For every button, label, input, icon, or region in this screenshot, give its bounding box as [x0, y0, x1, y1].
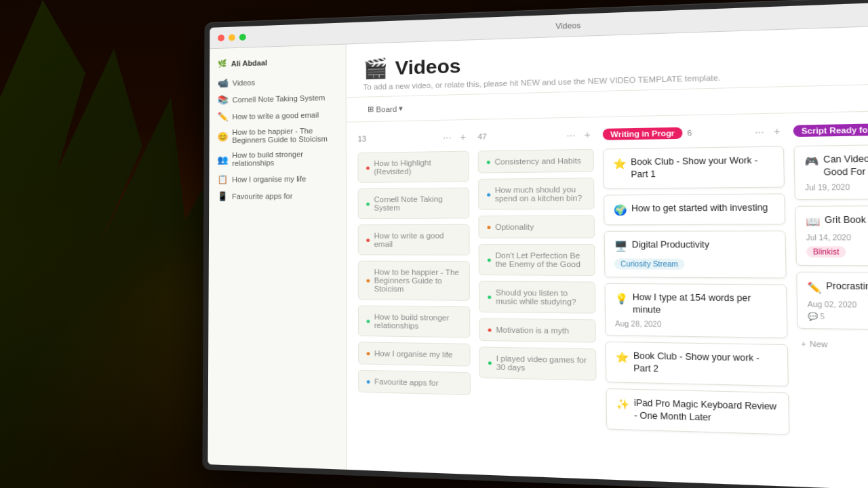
column-count-writing: 6 [687, 129, 692, 138]
column-header-script: Script Ready for 3 ··· + [793, 119, 868, 140]
board-view-button[interactable]: ⊞ Board ▾ [363, 102, 408, 116]
monitor-frame: Videos 🌿 Ali Abdaal 📹 Videos 📚 Cornell N… [202, 0, 868, 488]
column-menu-button-2[interactable]: ··· [564, 127, 578, 142]
list-item[interactable]: ●I played video games for 30 days [479, 346, 597, 380]
status-dot: ● [366, 317, 370, 325]
list-item[interactable]: ●How to build stronger relationships [358, 306, 471, 338]
column-title-badge-writing: Writing in Progr [603, 127, 683, 140]
column-actions-2: ··· + [564, 127, 594, 142]
curiosity-stream-tag: Curiosity Stream [614, 258, 685, 270]
card-icon: ✏️ [807, 281, 821, 296]
column-add-button-1[interactable]: + [457, 129, 469, 144]
sidebar-item-relationships[interactable]: 👥 How to build stronger relationships [209, 146, 345, 171]
status-dot: ● [366, 163, 370, 171]
status-dot: ● [366, 349, 371, 358]
card-icon: ✨ [616, 397, 629, 412]
card-video-games[interactable]: 🎮 Can Video Games Be Good For You? Jul 1… [793, 144, 868, 200]
card-icon: 📖 [806, 214, 820, 229]
card-icon: ⭐ [613, 157, 627, 171]
card-icon: 🌍 [614, 203, 627, 218]
column-add-button-2[interactable]: + [581, 127, 593, 142]
sidebar-item-organise[interactable]: 📋 How I organise my life [209, 169, 346, 188]
sidebar-item-happier[interactable]: 😊 How to be happier - The Beginners Guid… [210, 123, 346, 148]
relationships-icon: 👥 [217, 155, 228, 165]
column-header-1: 13 ··· + [357, 128, 469, 147]
list-item[interactable]: ●Don't Let Perfection Be the Enemy of th… [479, 244, 595, 276]
card-book-club-1[interactable]: ⭐ Book Club - Show your Work - Part 1 [603, 146, 785, 188]
minimize-dot[interactable] [229, 34, 235, 41]
card-icon: 🎮 [804, 155, 818, 169]
column-title-wrap-writing: Writing in Progr 6 [603, 127, 692, 140]
column-menu-button-writing[interactable]: ··· [751, 124, 768, 139]
sidebar: 🌿 Ali Abdaal 📹 Videos 📚 Cornell Note Tak… [208, 45, 347, 470]
column-title-wrap-1: 13 [357, 134, 366, 142]
blinkist-tag: Blinkist [806, 247, 846, 258]
close-dot[interactable] [218, 34, 224, 41]
column-header-2: 47 ··· + [477, 126, 593, 145]
column-title-wrap-2: 47 [477, 132, 486, 141]
page-title-emoji: 🎬 [363, 57, 389, 81]
card-icon: 🖥️ [614, 240, 627, 254]
list-item[interactable]: ●How to write a good email [358, 224, 470, 256]
status-dot: ● [486, 223, 491, 232]
comment-icon: 💬 [808, 312, 818, 320]
list-item[interactable]: ●Optionality [478, 215, 595, 238]
happier-icon: 😊 [217, 131, 228, 142]
card-typing[interactable]: 💡 How I type at 154 words per minute Aug… [605, 283, 788, 339]
card-date: Jul 19, 2020 [805, 182, 868, 192]
card-investing[interactable]: 🌍 How to get started with investing [604, 193, 785, 226]
card-comment: 💬 5 [808, 312, 868, 321]
list-item[interactable]: ●How I organise my life [358, 342, 471, 366]
status-dot: ● [366, 377, 371, 386]
list-item[interactable]: ●How to be happier - The Beginners Guide… [358, 261, 470, 301]
maximize-dot[interactable] [239, 33, 246, 40]
list-item[interactable]: ●How much should you spend on a kitchen … [478, 178, 595, 210]
board-icon: ⊞ [368, 104, 374, 113]
app-layout: 🌿 Ali Abdaal 📹 Videos 📚 Cornell Note Tak… [208, 24, 868, 488]
organise-icon: 📋 [217, 174, 228, 184]
sidebar-item-apps[interactable]: 📱 Favourite apps for [209, 186, 346, 205]
column-actions-writing: ··· + [751, 124, 784, 140]
list-item[interactable]: ●Consistency and Habits [478, 149, 594, 174]
main-content: 🎬 Videos To add a new video, or relate t… [347, 24, 868, 488]
card-procrastination[interactable]: ✏️ Procrastination Aug 02, 2020 💬 5 [796, 272, 868, 330]
card-date: Jul 14, 2020 [806, 233, 868, 241]
email-icon: ✏️ [218, 111, 229, 121]
column-unnamed-1: 13 ··· + ●How to Highlight (Revisited) ●… [357, 128, 471, 401]
status-dot: ● [366, 199, 370, 207]
column-actions-1: ··· + [440, 129, 469, 144]
column-unnamed-2: 47 ··· + ●Consistency and Habits ●How mu… [477, 126, 596, 386]
monitor-screen: Videos 🌿 Ali Abdaal 📹 Videos 📚 Cornell N… [208, 1, 868, 488]
card-icon: 💡 [614, 292, 628, 306]
status-dot: ● [487, 256, 492, 264]
column-menu-button-1[interactable]: ··· [440, 130, 454, 144]
column-add-button-writing[interactable]: + [770, 124, 784, 139]
column-title-wrap-script: Script Ready for 3 [793, 123, 868, 137]
list-item[interactable]: ●How to Highlight (Revisited) [358, 151, 469, 183]
status-dot: ● [486, 190, 491, 199]
list-item[interactable]: ●Favourite apps for [358, 370, 471, 395]
column-title-badge-script: Script Ready for [793, 123, 868, 137]
new-card-button-script[interactable]: + New [797, 335, 868, 355]
list-item[interactable]: ●Motivation is a myth [479, 318, 596, 342]
videos-icon: 📹 [218, 78, 229, 88]
card-digital-productivity[interactable]: 🖥️ Digital Productivity Curiosity Stream [604, 230, 787, 278]
card-ipad-pro[interactable]: ✨ iPad Pro Magic Keyboard Review - One M… [606, 388, 789, 434]
column-count-1: 13 [357, 134, 366, 142]
list-item[interactable]: ●Cornell Note Taking System [358, 188, 470, 220]
card-date: Aug 28, 2020 [615, 320, 777, 330]
status-dot: ● [366, 236, 370, 244]
card-grit-book-club[interactable]: 📖 Grit Book Club Jul 14, 2020 Blinkist [795, 205, 868, 266]
column-writing-in-progress: Writing in Progr 6 ··· + ⭐ Book C [603, 123, 790, 441]
status-dot: ● [486, 157, 491, 166]
column-header-writing: Writing in Progr 6 ··· + [603, 123, 784, 143]
status-dot: ● [487, 325, 492, 334]
list-item[interactable]: ●Should you listen to music while studyi… [479, 281, 595, 314]
card-date: Aug 02, 2020 [808, 300, 868, 310]
chevron-down-icon: ▾ [399, 104, 403, 113]
workspace-icon: 🌿 [218, 59, 227, 68]
card-icon: ⭐ [616, 350, 629, 365]
card-book-club-2[interactable]: ⭐ Book Club - Show your work - Part 2 [606, 342, 789, 386]
status-dot: ● [487, 292, 492, 301]
column-script-ready: Script Ready for 3 ··· + 🎮 Can V [793, 119, 868, 355]
